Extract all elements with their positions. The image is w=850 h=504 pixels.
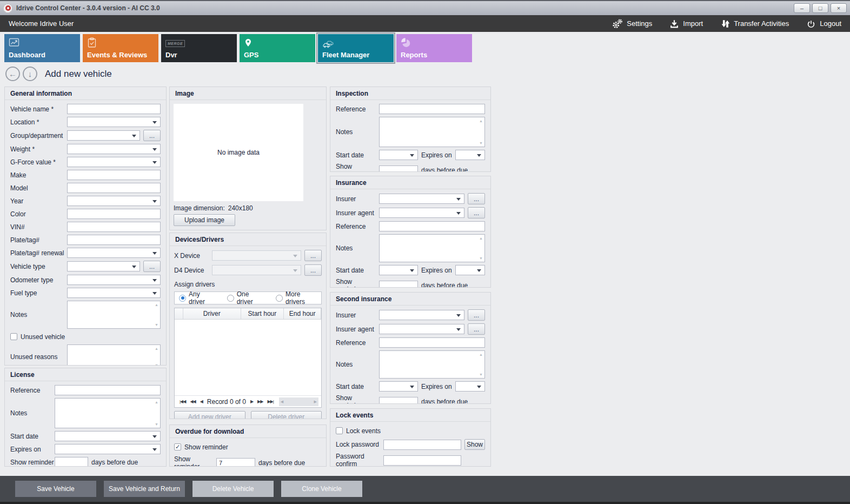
drivers-table-header: Driver Start hour End hour (175, 308, 321, 320)
upload-image-button[interactable]: Upload image (174, 214, 235, 226)
radio-icon (227, 295, 234, 302)
next-page-button[interactable]: ▶▶ (257, 399, 263, 404)
transfer-activities-menu-item[interactable]: Transfer Activities (720, 18, 789, 29)
clone-vehicle-button: Clone Vehicle (281, 481, 362, 497)
minimize-button[interactable]: – (794, 3, 810, 13)
field-label: Location * (10, 118, 67, 126)
insurer-ellipsis-button[interactable]: ... (468, 193, 485, 204)
tab-events-reviews[interactable]: Events & Reviews (83, 34, 158, 62)
inspection-expires-on-select[interactable] (455, 150, 485, 160)
vehicle-type-select[interactable] (67, 261, 140, 271)
horizontal-scrollbar[interactable] (279, 397, 318, 406)
prev-record-button[interactable]: ◀ (200, 399, 203, 404)
prev-page-button[interactable]: ◀◀ (190, 399, 195, 404)
column-header-driver[interactable]: Driver (183, 308, 241, 319)
tab-label: Dashboard (9, 51, 45, 59)
model-input[interactable] (67, 183, 161, 193)
save-vehicle-button[interactable]: Save Vehicle (15, 481, 96, 497)
location-select[interactable] (67, 117, 161, 127)
license-reference-input[interactable] (55, 385, 161, 395)
unused-reasons-textarea[interactable] (67, 344, 161, 366)
insurance-reference-input[interactable] (379, 221, 485, 231)
inspection-start-date-select[interactable] (379, 150, 418, 160)
logout-menu-item[interactable]: Logout (806, 18, 841, 29)
second-insurance-expires-on-select[interactable] (455, 381, 485, 392)
delete-driver-button[interactable]: Delete driver (251, 411, 322, 419)
maximize-button[interactable]: □ (812, 3, 828, 13)
inspection-notes-textarea[interactable] (379, 117, 485, 147)
lock-events-checkbox[interactable] (336, 427, 343, 434)
first-record-button[interactable]: |◀◀ (180, 399, 185, 404)
insurer-agent-select[interactable] (379, 208, 464, 218)
tab-dvr[interactable]: MERGE Dvr (161, 34, 237, 62)
color-input[interactable] (67, 209, 161, 219)
tab-fleet-manager[interactable]: Fleet Manager (318, 34, 394, 62)
year-select[interactable] (67, 196, 161, 206)
group-department-ellipsis-button[interactable]: ... (143, 130, 161, 141)
radio-one-driver[interactable]: One driver (227, 290, 263, 306)
general-notes-textarea[interactable] (67, 301, 161, 329)
overdue-reminder-days-input[interactable] (216, 458, 255, 467)
second-insurer-ellipsis-button[interactable]: ... (468, 309, 485, 321)
radio-any-driver[interactable]: Any driver (179, 290, 214, 306)
tab-label: Reports (401, 51, 427, 59)
settings-menu-item[interactable]: Settings (612, 18, 652, 29)
next-record-button[interactable]: ▶ (250, 399, 253, 404)
inspection-reference-input[interactable] (379, 104, 485, 114)
second-insurer-agent-ellipsis-button[interactable]: ... (468, 323, 485, 335)
insurer-select[interactable] (379, 194, 464, 204)
field-label: X Device (174, 252, 212, 260)
save-vehicle-and-return-button[interactable]: Save Vehicle and Return (104, 481, 185, 497)
odometer-type-select[interactable] (67, 275, 161, 285)
image-dimension-value: 240x180 (228, 204, 253, 212)
fuel-type-select[interactable] (67, 288, 161, 298)
insurer-agent-ellipsis-button[interactable]: ... (468, 207, 485, 218)
field-label: Expires on (10, 446, 55, 453)
close-button[interactable]: × (831, 3, 847, 13)
license-reminder-days-input[interactable] (55, 457, 88, 467)
vehicle-name-input[interactable] (67, 104, 161, 114)
module-tabs: Dashboard Events & Reviews MERGE Dvr GPS (4, 34, 472, 62)
back-button[interactable]: ← (5, 67, 20, 81)
license-expires-on-select[interactable] (55, 444, 161, 454)
license-notes-textarea[interactable] (55, 398, 161, 428)
last-record-button[interactable]: ▶▶| (267, 399, 273, 404)
tab-reports[interactable]: Reports (396, 34, 472, 62)
password-confirm-input[interactable] (383, 455, 461, 466)
license-start-date-select[interactable] (55, 431, 161, 441)
make-input[interactable] (67, 170, 161, 180)
group-department-select[interactable] (67, 130, 140, 141)
inspection-reminder-days-input[interactable] (379, 165, 418, 173)
second-insurance-notes-textarea[interactable] (379, 350, 485, 379)
plate-tag-renewal-select[interactable] (67, 248, 161, 258)
insurance-reminder-days-input[interactable] (379, 281, 418, 288)
show-password-button[interactable]: Show (464, 439, 485, 450)
unused-vehicle-checkbox[interactable] (10, 333, 17, 340)
vehicle-type-ellipsis-button[interactable]: ... (143, 261, 161, 272)
plate-tag-input[interactable] (67, 235, 161, 245)
insurance-notes-textarea[interactable] (379, 234, 485, 262)
second-insurance-reminder-days-input[interactable] (379, 397, 418, 404)
add-new-driver-button[interactable]: Add new driver (174, 411, 245, 419)
lock-password-input[interactable] (383, 440, 461, 450)
tab-dashboard[interactable]: Dashboard (4, 34, 80, 62)
second-insurance-start-date-select[interactable] (379, 381, 418, 392)
vin-input[interactable] (67, 222, 161, 232)
insurance-start-date-select[interactable] (379, 265, 418, 275)
x-device-ellipsis-button[interactable]: ... (304, 250, 322, 261)
tab-gps[interactable]: GPS (240, 34, 315, 62)
insurance-expires-on-select[interactable] (455, 265, 485, 275)
import-menu-item[interactable]: Import (669, 18, 703, 29)
weight-select[interactable] (67, 144, 161, 154)
column-header-end-hour[interactable]: End hour (284, 308, 321, 319)
second-insurer-agent-select[interactable] (379, 324, 464, 334)
field-label: Show reminder (336, 278, 379, 288)
second-insurance-reference-input[interactable] (379, 337, 485, 348)
overdue-show-reminder-checkbox[interactable]: ✓ (174, 443, 181, 450)
column-header-start-hour[interactable]: Start hour (241, 308, 284, 319)
gforce-value-select[interactable] (67, 157, 161, 167)
d4-device-ellipsis-button[interactable]: ... (304, 264, 322, 276)
second-insurer-select[interactable] (379, 310, 464, 320)
collapse-button[interactable]: ↓ (23, 67, 37, 81)
radio-more-drivers[interactable]: More drivers (276, 290, 317, 306)
